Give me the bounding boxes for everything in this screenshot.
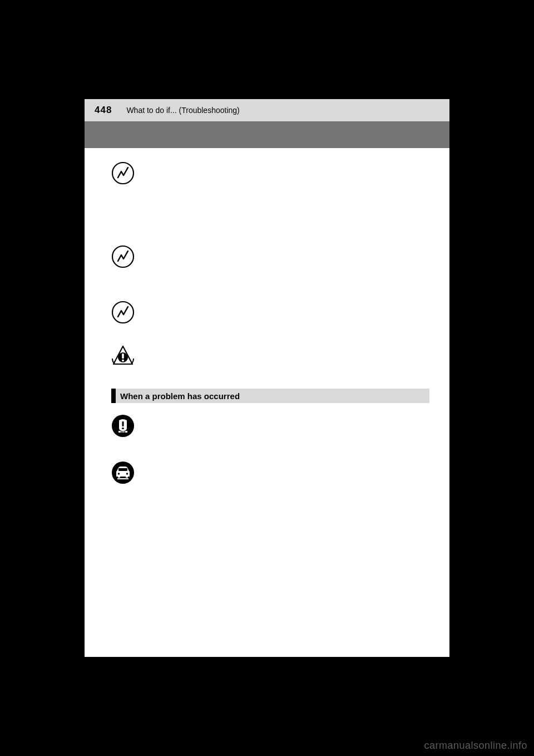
- svg-rect-4: [122, 354, 124, 359]
- item-text: [145, 301, 429, 302]
- item-text: [145, 161, 429, 163]
- svg-point-16: [126, 473, 128, 475]
- master-warning-icon: [111, 344, 135, 367]
- item-text: [145, 461, 429, 462]
- page-header: 448 What to do if... (Troubleshooting): [85, 99, 449, 121]
- power-icon: [111, 301, 135, 324]
- svg-rect-11: [122, 421, 124, 426]
- manual-page: 448 What to do if... (Troubleshooting): [85, 99, 449, 657]
- section-path: What to do if... (Troubleshooting): [126, 106, 239, 115]
- item-text: [145, 245, 429, 246]
- troubleshoot-item: [85, 414, 449, 438]
- page-number: 448: [95, 105, 112, 116]
- troubleshoot-item: [85, 461, 449, 484]
- svg-point-12: [122, 428, 124, 430]
- troubleshoot-item: [85, 344, 449, 367]
- gray-divider-bar: [85, 121, 449, 148]
- page-content: When a problem has occurred: [85, 148, 449, 484]
- svg-point-15: [118, 473, 120, 475]
- svg-rect-14: [118, 468, 127, 471]
- section-heading: When a problem has occurred: [111, 389, 429, 403]
- item-text: [145, 414, 429, 415]
- troubleshoot-item: [85, 245, 449, 268]
- car-icon: [111, 461, 135, 484]
- item-text: [145, 344, 429, 345]
- troubleshoot-item: [85, 161, 449, 185]
- power-icon: [111, 245, 135, 268]
- section-heading-text: When a problem has occurred: [120, 391, 240, 401]
- power-icon: [111, 161, 135, 185]
- watermark: carmanualsonline.info: [424, 740, 527, 752]
- svg-point-5: [122, 360, 124, 362]
- tire-icon: [111, 414, 135, 438]
- svg-rect-17: [117, 478, 128, 479]
- troubleshoot-item: [85, 301, 449, 324]
